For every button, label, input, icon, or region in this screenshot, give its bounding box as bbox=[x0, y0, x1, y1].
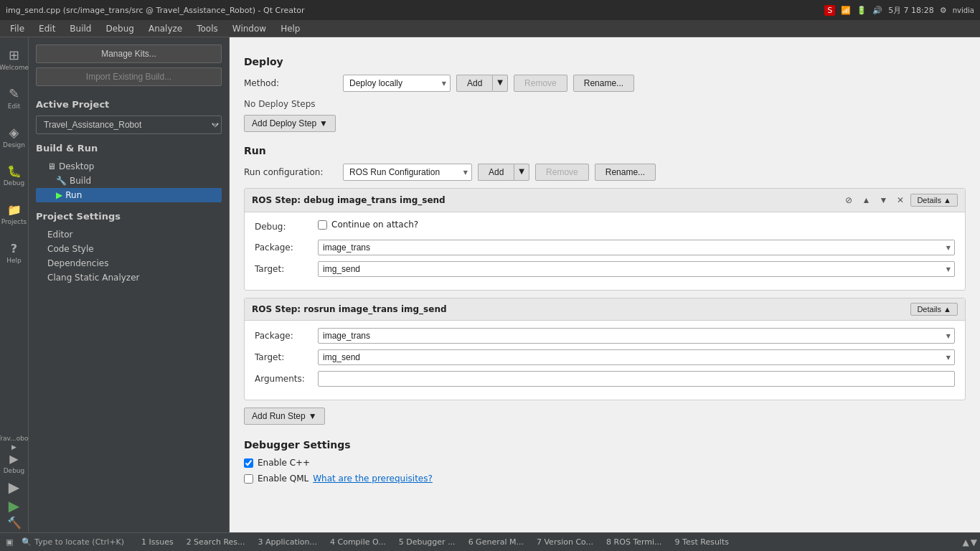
target-select-2[interactable]: img_send bbox=[318, 349, 955, 365]
enable-qml-label: Enable QML bbox=[258, 474, 308, 484]
package-select-2[interactable]: image_trans bbox=[318, 328, 955, 344]
target-label-2: Target: bbox=[255, 352, 312, 362]
debug-run-btn[interactable]: ▶ bbox=[9, 497, 19, 514]
add-run-config-button[interactable]: Add bbox=[478, 164, 514, 181]
remove-deploy-button[interactable]: Remove bbox=[514, 75, 567, 92]
args-label: Arguments: bbox=[255, 374, 312, 384]
sidebar-edit[interactable]: ✎ Edit bbox=[1, 79, 27, 116]
nav-code-style[interactable]: Code Style bbox=[36, 242, 222, 256]
taskbar-ros[interactable]: 8 ROS Termi... bbox=[600, 536, 667, 548]
taskbar-test[interactable]: 9 Test Results bbox=[669, 536, 735, 548]
edit-icon: ✎ bbox=[9, 86, 19, 101]
menu-help[interactable]: Help bbox=[273, 22, 307, 35]
ros-step-1-remove[interactable]: ✕ bbox=[893, 193, 908, 207]
monitor-icon: 🖥 bbox=[47, 161, 56, 171]
app-title: img_send.cpp (src/image_trans/src @ Trav… bbox=[6, 6, 305, 15]
scroll-down[interactable]: ▼ bbox=[971, 537, 977, 547]
sidebar-projects[interactable]: 📁 Projects bbox=[1, 195, 27, 232]
add-deploy-step-button[interactable]: Add Deploy Step ▼ bbox=[244, 115, 336, 132]
manage-kits-button[interactable]: Manage Kits... bbox=[36, 44, 222, 63]
taskbar-issues[interactable]: 1 Issues bbox=[136, 536, 179, 548]
build-label: Build bbox=[70, 176, 91, 186]
add-run-step-label: Add Run Step bbox=[252, 411, 306, 421]
scroll-up[interactable]: ▲ bbox=[963, 537, 969, 547]
tree-build[interactable]: 🔧 Build bbox=[36, 174, 222, 188]
menu-analyze[interactable]: Analyze bbox=[141, 22, 189, 35]
rename-run-config-button[interactable]: Rename... bbox=[595, 164, 656, 181]
ros-step-1-details-btn[interactable]: Details ▲ bbox=[910, 194, 958, 207]
nav-clang[interactable]: Clang Static Analyzer bbox=[36, 270, 222, 285]
menu-debug[interactable]: Debug bbox=[98, 22, 141, 35]
taskbar-version[interactable]: 7 Version Co... bbox=[531, 536, 599, 548]
sidebar-project-debug[interactable]: Trav...obot ▶ ▶ Debug bbox=[1, 432, 27, 477]
target-select-1[interactable]: img_send bbox=[318, 261, 955, 277]
project-select[interactable]: Travel_Assistance_Robot bbox=[36, 116, 222, 134]
ros-step-1-down[interactable]: ▼ bbox=[876, 193, 890, 207]
sidebar-debug[interactable]: 🐛 Debug bbox=[1, 156, 27, 194]
enable-cpp-label: Enable C++ bbox=[258, 458, 310, 468]
nav-dependencies[interactable]: Dependencies bbox=[36, 256, 222, 270]
rename-deploy-button[interactable]: Rename... bbox=[573, 75, 634, 92]
build-btn[interactable]: 🔨 bbox=[7, 516, 22, 529]
taskbar-toggle[interactable]: ▣ bbox=[3, 537, 16, 547]
enable-cpp-checkbox[interactable] bbox=[244, 458, 253, 468]
datetime: 5月 7 18:28 bbox=[888, 5, 934, 16]
project-name: Trav...obot bbox=[0, 435, 31, 442]
nav-editor[interactable]: Editor bbox=[36, 227, 222, 242]
help-icon: ? bbox=[11, 242, 17, 255]
menu-edit[interactable]: Edit bbox=[32, 22, 62, 35]
ros-step-2-details-btn[interactable]: Details ▲ bbox=[910, 303, 958, 316]
add-run-step-button[interactable]: Add Run Step ▼ bbox=[244, 408, 325, 425]
taskbar-items: 1 Issues 2 Search Res... 3 Application..… bbox=[136, 536, 735, 548]
remove-run-config-button[interactable]: Remove bbox=[535, 164, 589, 181]
design-icon: ◈ bbox=[9, 125, 19, 140]
sidebar-design[interactable]: ◈ Design bbox=[1, 118, 27, 155]
ros-step-1-actions: ⊘ ▲ ▼ ✕ Details ▲ bbox=[842, 193, 958, 207]
args-input[interactable] bbox=[318, 371, 955, 387]
add-deploy-arrow[interactable]: ▼ bbox=[492, 75, 508, 92]
taskbar-application[interactable]: 3 Application... bbox=[253, 536, 323, 548]
prerequisites-link[interactable]: What are the prerequisites? bbox=[313, 474, 433, 484]
taskbar-compile[interactable]: 4 Compile O... bbox=[324, 536, 392, 548]
search-input-bar[interactable]: 🔍 Type to locate (Ctrl+K) bbox=[17, 537, 128, 547]
continue-attach-checkbox[interactable] bbox=[318, 220, 327, 230]
menu-file[interactable]: File bbox=[3, 22, 32, 35]
taskbar-debugger[interactable]: 5 Debugger ... bbox=[393, 536, 461, 548]
battery-icon: 🔋 bbox=[857, 6, 867, 15]
debugger-title: Debugger Settings bbox=[244, 439, 966, 451]
taskbar-general[interactable]: 6 General M... bbox=[463, 536, 529, 548]
desktop-label: Desktop bbox=[59, 161, 95, 171]
menu-tools[interactable]: Tools bbox=[189, 22, 225, 35]
menu-build[interactable]: Build bbox=[62, 22, 98, 35]
run-btn[interactable]: ▶ bbox=[9, 479, 19, 496]
target-row-2: Target: img_send bbox=[255, 349, 955, 365]
ros-step-1-up[interactable]: ▲ bbox=[859, 193, 873, 207]
ros-step-1-header: ROS Step: debug image_trans img_send ⊘ ▲… bbox=[245, 189, 965, 212]
menu-window[interactable]: Window bbox=[225, 22, 273, 35]
network-icon: 📶 bbox=[841, 6, 851, 15]
import-build-button[interactable]: Import Existing Build... bbox=[36, 67, 222, 86]
target-label-1: Target: bbox=[255, 264, 312, 274]
add-deploy-step-label: Add Deploy Step bbox=[252, 118, 316, 128]
run-config-select[interactable]: ROS Run Configuration bbox=[343, 164, 472, 181]
debug-run-icon: ▶ bbox=[9, 452, 18, 466]
no-deploy-steps: No Deploy Steps bbox=[244, 99, 966, 109]
project-settings-title: Project Settings bbox=[36, 211, 222, 222]
method-select[interactable]: Deploy locally bbox=[343, 75, 451, 92]
taskbar: ▣ 🔍 Type to locate (Ctrl+K) 1 Issues 2 S… bbox=[0, 532, 980, 551]
main-container: ⊞ Welcome ✎ Edit ◈ Design 🐛 Debug 📁 Proj… bbox=[0, 37, 980, 532]
package-row-2: Package: image_trans bbox=[255, 328, 955, 344]
sidebar-welcome[interactable]: ⊞ Welcome bbox=[1, 40, 27, 77]
tree-desktop[interactable]: 🖥 Desktop bbox=[36, 159, 222, 174]
add-deploy-button[interactable]: Add bbox=[456, 75, 492, 92]
add-run-config-group: Add ▼ bbox=[478, 164, 529, 181]
sogou-icon: S bbox=[824, 5, 835, 16]
tree-run[interactable]: ▶ Run bbox=[36, 188, 222, 202]
package-select-1[interactable]: image_trans bbox=[318, 240, 955, 255]
sidebar-help[interactable]: ? Help bbox=[1, 234, 27, 271]
package-label-1: Package: bbox=[255, 242, 312, 253]
taskbar-search[interactable]: 2 Search Res... bbox=[181, 536, 251, 548]
add-run-config-arrow[interactable]: ▼ bbox=[514, 164, 529, 181]
ros-step-1-disable[interactable]: ⊘ bbox=[842, 193, 856, 207]
enable-qml-checkbox[interactable] bbox=[244, 474, 253, 484]
